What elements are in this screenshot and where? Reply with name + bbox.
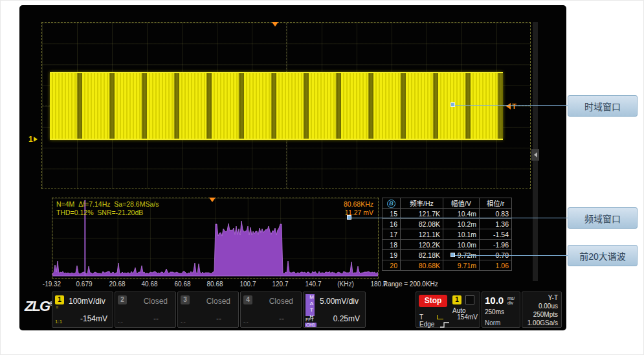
channel3-panel[interactable]: 3 Closed -.- -- xyxy=(177,292,239,328)
ch4-offset: -- xyxy=(279,314,284,323)
callout-line xyxy=(351,218,568,218)
callout-anchor xyxy=(347,215,351,220)
fft-info-line1: N=4M Δf=7.14Hz Sa=28.6MSa/s xyxy=(56,200,159,208)
harmonic-n: 20 xyxy=(383,260,401,271)
fft-info-line2: THD=0.12% SNR=-21.20dB xyxy=(56,209,143,216)
harmonic-phase: 1.06 xyxy=(480,260,512,271)
harmonic-phase: 1.36 xyxy=(480,219,512,229)
harmonic-freq: 80.68K xyxy=(401,260,443,271)
ch1-badge: 1 xyxy=(55,295,64,304)
harmonic-freq: 82.08K xyxy=(401,219,443,229)
ch1-waveform xyxy=(50,72,503,140)
callout-label: 时域窗口 xyxy=(584,100,621,113)
ch3-offset: -- xyxy=(216,314,221,323)
math-label: MATH xyxy=(305,294,315,316)
sample-rate: 1.00GSa/s xyxy=(527,319,558,326)
math-mode: FFT xyxy=(305,317,314,322)
trigger-level-letter: T xyxy=(512,102,516,110)
trigger-force-icon[interactable] xyxy=(465,295,474,304)
ch2-offset: -- xyxy=(153,314,159,323)
run-stop-button[interactable]: Stop xyxy=(419,295,447,307)
harmonics-logo-cell: B xyxy=(383,198,401,209)
timebase-unit-bottom: div xyxy=(507,301,515,305)
channel4-panel[interactable]: 4 Closed -.- -- xyxy=(240,292,302,328)
ch1-volts-per-div: 100mV/div xyxy=(69,297,105,306)
harmonics-table: B 频率/Hz 幅值/V 相位/r 15 121.7K 10.4m 0.83 1… xyxy=(382,198,512,271)
ch1-coupling-icon: ≡ xyxy=(56,305,58,310)
acquire-mode: Norm xyxy=(485,319,500,326)
trigger-level-row: T 154mV xyxy=(419,314,478,321)
fft-marker-icon xyxy=(209,198,216,202)
ch1-probe-ratio: 1:1 xyxy=(55,319,62,325)
scrollbar-handle[interactable] xyxy=(531,149,539,161)
callout-frequency-domain: 频域窗口 xyxy=(568,207,638,229)
trigger-level-value: 154mV xyxy=(457,314,478,321)
col-amplitude: 幅值/V xyxy=(443,198,480,209)
ch1-ground-arrow-icon xyxy=(34,137,38,142)
scrollbar-arrow-icon xyxy=(534,152,537,157)
x-tick-label: 100.7 xyxy=(239,281,256,288)
timebase-window: 250ms xyxy=(485,308,504,315)
timebase-unit-top: ms/ xyxy=(507,296,515,301)
harmonic-n: 16 xyxy=(383,219,401,229)
horizontal-panel[interactable]: Y-T 0.00us 250Mpts 1.00GSa/s xyxy=(522,292,562,328)
trigger-position-marker-icon[interactable] xyxy=(272,22,278,27)
callout-time-domain: 时域窗口 xyxy=(568,95,638,117)
trigger-type-row: Edge xyxy=(419,321,478,328)
timebase-unit: ms/ div xyxy=(507,296,515,305)
col-frequency: 频率/Hz xyxy=(401,198,443,209)
ch3-state: Closed xyxy=(206,297,230,306)
trigger-level-arrow-icon xyxy=(506,103,511,109)
trigger-level-label: T xyxy=(419,314,423,321)
harmonic-amp: 10.0m xyxy=(443,240,480,250)
harmonic-n: 18 xyxy=(383,240,401,250)
timebase-panel[interactable]: 10.0 ms/ div 250ms Norm xyxy=(482,292,520,328)
harmonic-phase: -1.54 xyxy=(480,229,512,240)
callout-line xyxy=(455,255,568,256)
zlg-logo-text: ZLG xyxy=(25,298,49,314)
harmonic-amp: 10.1m xyxy=(443,229,480,240)
x-tick-label: -19.32 xyxy=(43,281,61,288)
callout-anchor xyxy=(450,102,455,107)
trigger-level-marker[interactable]: T xyxy=(506,102,516,110)
channel2-panel[interactable]: 2 Closed -.- -- xyxy=(115,292,176,328)
callout-anchor xyxy=(450,253,455,257)
math-volts-per-div: 5.00mV/div xyxy=(320,297,359,306)
ch3-probe-ratio: -.- xyxy=(181,319,186,325)
harmonic-freq: 120.2K xyxy=(401,240,443,250)
ch3-badge: 3 xyxy=(181,295,190,304)
callout-top20-harmonics: 前20大谐波 xyxy=(568,245,638,266)
harmonic-row: 17 121.1K 10.1m -1.54 xyxy=(383,229,512,240)
rising-edge-icon xyxy=(439,321,450,328)
bode-icon: B xyxy=(387,200,395,208)
harmonic-amp: 10.2m xyxy=(443,219,480,229)
x-tick-label: 120.7 xyxy=(272,281,288,288)
oscilloscope-screen: T 1 N=4M Δf=7.14Hz Sa=28.6MSa/s THD=0.12… xyxy=(19,5,566,330)
ch2-probe-ratio: -.- xyxy=(118,319,123,325)
callout-line xyxy=(455,105,568,106)
x-tick-label: 140.7 xyxy=(305,281,321,288)
fft-range-label: Range = 200.0KHz xyxy=(383,281,438,288)
x-axis-unit: (KHz) xyxy=(337,281,354,288)
ch4-badge: 4 xyxy=(243,295,252,304)
ch1-ground-label: 1 xyxy=(28,135,33,144)
right-scrollbar[interactable] xyxy=(533,22,538,281)
callout-label: 前20大谐波 xyxy=(579,249,626,262)
math-offset: 0.25mV xyxy=(333,314,360,323)
channel1-panel[interactable]: 1 ≡ 100mV/div 1:1 -154mV xyxy=(52,292,113,328)
zlg-logo: ZLG® xyxy=(25,298,54,315)
math-panel[interactable]: MATH FFT CH1 5.00mV/div 0.25mV xyxy=(303,292,366,328)
x-tick-label: 0.679 xyxy=(76,281,92,288)
ch2-state: Closed xyxy=(144,297,168,306)
ch1-ground-marker[interactable]: 1 xyxy=(28,135,38,144)
fft-spectrum-trace xyxy=(52,221,378,276)
time-domain-window xyxy=(41,22,531,189)
ch1-offset: -154mV xyxy=(80,314,107,323)
harmonic-phase: -1.96 xyxy=(480,240,512,250)
harmonic-freq: 82.18K xyxy=(401,250,443,260)
harmonic-row-selected: 20 80.68K 9.71m 1.06 xyxy=(383,260,512,271)
x-tick-label: 20.68 xyxy=(109,281,125,288)
memory-depth: 250Mpts xyxy=(533,311,558,318)
trigger-panel[interactable]: Stop 1 Auto T 154mV Edge xyxy=(416,292,480,328)
math-source: CH1 xyxy=(305,323,316,327)
